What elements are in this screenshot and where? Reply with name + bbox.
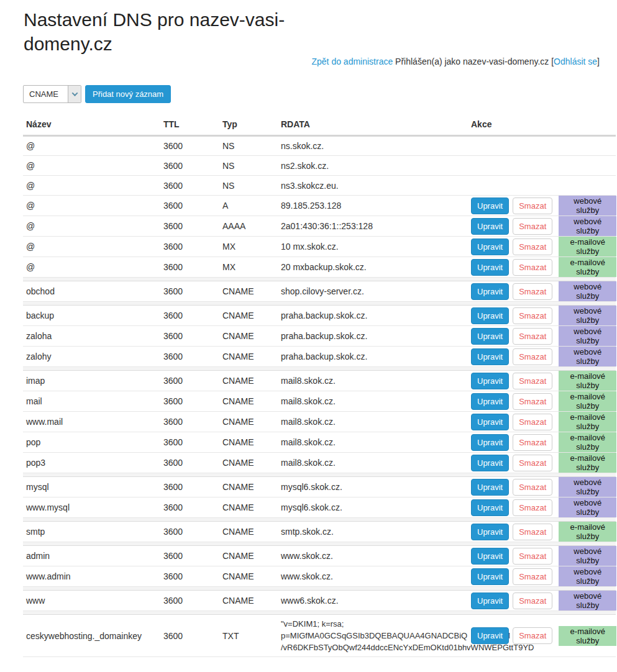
record-type-cell: CNAME [219,477,278,497]
upravit-button[interactable]: Upravit [471,524,509,540]
smazat-button[interactable]: Smazat [513,393,552,410]
upravit-button[interactable]: Upravit [471,283,509,300]
upravit-button[interactable]: Upravit [471,238,509,255]
smazat-button[interactable]: Smazat [513,627,552,644]
record-name-cell: www.mysql [23,497,160,518]
smazat-button[interactable]: Smazat [513,568,552,585]
actions-cell: UpravitSmazate-mailové služby [468,412,616,432]
upravit-button[interactable]: Upravit [471,414,509,430]
upravit-button[interactable]: Upravit [471,218,509,235]
upravit-button[interactable]: Upravit [471,373,509,389]
record-name-cell: @ [23,156,160,176]
record-group: admin3600CNAMEwww.skok.cz.UpravitSmazatw… [23,542,616,587]
add-record-button[interactable]: Přidat nový záznam [85,85,171,103]
upravit-button[interactable]: Upravit [471,434,509,451]
upravit-button[interactable]: Upravit [471,307,509,324]
record-ttl-cell: 3600 [160,432,219,453]
actions-cell: UpravitSmazate-mailové služby [468,257,616,278]
smazat-button[interactable]: Smazat [513,307,552,324]
record-type-cell: CNAME [219,522,278,542]
record-group: www3600CNAMEwww6.skok.cz.UpravitSmazatwe… [23,587,616,611]
record-ttl-cell: 3600 [160,136,219,156]
record-type-cell: CNAME [219,546,278,566]
smazat-button[interactable]: Smazat [513,548,552,565]
smazat-button[interactable]: Smazat [513,434,552,451]
record-name-cell: @ [23,136,160,156]
record-name-cell: admin [23,546,160,566]
upravit-button[interactable]: Upravit [471,198,509,214]
upravit-button[interactable]: Upravit [471,627,509,644]
upravit-button[interactable]: Upravit [471,393,509,410]
smazat-button[interactable]: Smazat [513,259,552,276]
record-rdata-cell: "v=DKIM1; k=rsa;p=MIGfMA0GCSqGSIb3DQEBAQ… [278,615,468,657]
record-type-cell: CNAME [219,453,278,473]
record-name-cell: @ [23,176,160,196]
table-row: @3600NSns3.skokcz.eu. [23,176,616,196]
smazat-button[interactable]: Smazat [513,328,552,345]
record-group: obchod3600CNAMEshop.cilovy-server.cz.Upr… [23,278,616,302]
record-rdata-cell: mail8.skok.cz. [278,371,468,391]
upravit-button[interactable]: Upravit [471,328,509,345]
upravit-button[interactable]: Upravit [471,348,509,365]
smazat-button[interactable]: Smazat [513,479,552,496]
smazat-button[interactable]: Smazat [513,499,552,516]
record-type-cell: NS [219,176,278,196]
smazat-button[interactable]: Smazat [513,414,552,430]
smazat-button[interactable]: Smazat [513,524,552,540]
record-type-cell: NS [219,136,278,156]
record-type-cell: MX [219,237,278,257]
service-badge-web: webové služby [559,497,616,517]
smazat-button[interactable]: Smazat [513,283,552,300]
service-badge-web: webové služby [559,347,616,366]
smazat-button[interactable]: Smazat [513,238,552,255]
record-rdata-cell: 2a01:430:36:1::253:128 [278,216,468,237]
service-badge-mail: e-mailové služby [559,522,616,542]
record-rdata-cell: ns.skok.cz. [278,136,468,156]
record-name-cell: @ [23,216,160,237]
smazat-button[interactable]: Smazat [513,373,552,389]
record-ttl-cell: 3600 [160,391,219,412]
smazat-button[interactable]: Smazat [513,198,552,214]
record-name-cell: zalohy [23,347,160,367]
smazat-button[interactable]: Smazat [513,593,552,609]
record-ttl-cell: 3600 [160,306,219,326]
record-group: ceskywebhosting._domainkey3600TXT"v=DKIM… [23,611,616,657]
record-type-select[interactable]: CNAME [23,85,81,103]
service-badge-mail: e-mailové služby [559,453,616,473]
record-rdata-cell: 20 mxbackup.skok.cz. [278,257,468,278]
rdata-line: "v=DKIM1; k=rsa; [281,618,465,630]
service-badge-web: webové služby [559,477,616,497]
smazat-button[interactable]: Smazat [513,218,552,235]
table-row: mail3600CNAMEmail8.skok.cz.UpravitSmazat… [23,391,616,412]
record-name-cell: obchod [23,281,160,302]
table-row: www.admin3600CNAMEwww.skok.cz.UpravitSma… [23,566,616,587]
chevron-down-icon [68,86,81,102]
actions-cell: UpravitSmazatwebové služby [468,347,616,367]
upravit-button[interactable]: Upravit [471,455,509,471]
record-ttl-cell: 3600 [160,176,219,196]
record-type-cell: CNAME [219,306,278,326]
upravit-button[interactable]: Upravit [471,479,509,496]
record-ttl-cell: 3600 [160,566,219,587]
upravit-button[interactable]: Upravit [471,499,509,516]
table-row: @3600NSns.skok.cz. [23,136,616,156]
smazat-button[interactable]: Smazat [513,348,552,365]
record-rdata-cell: mail8.skok.cz. [278,412,468,432]
upravit-button[interactable]: Upravit [471,548,509,565]
column-header-rdata: RDATA [278,116,468,136]
actions-cell: UpravitSmazatwebové služby [468,591,616,611]
upravit-button[interactable]: Upravit [471,259,509,276]
upravit-button[interactable]: Upravit [471,593,509,609]
logout-link[interactable]: Odhlásit se [554,57,597,66]
table-row: www.mysql3600CNAMEmysql6.skok.cz.Upravit… [23,497,616,518]
upravit-button[interactable]: Upravit [471,568,509,585]
record-rdata-cell: mysql6.skok.cz. [278,477,468,497]
table-row: mysql3600CNAMEmysql6.skok.cz.UpravitSmaz… [23,477,616,497]
smazat-button[interactable]: Smazat [513,455,552,471]
record-rdata-cell: 89.185.253.128 [278,196,468,216]
table-row: www3600CNAMEwww6.skok.cz.UpravitSmazatwe… [23,591,616,611]
table-row: admin3600CNAMEwww.skok.cz.UpravitSmazatw… [23,546,616,566]
record-name-cell: @ [23,196,160,216]
back-to-admin-link[interactable]: Zpět do administrace [311,57,393,66]
record-type-selected-value: CNAME [24,89,68,99]
